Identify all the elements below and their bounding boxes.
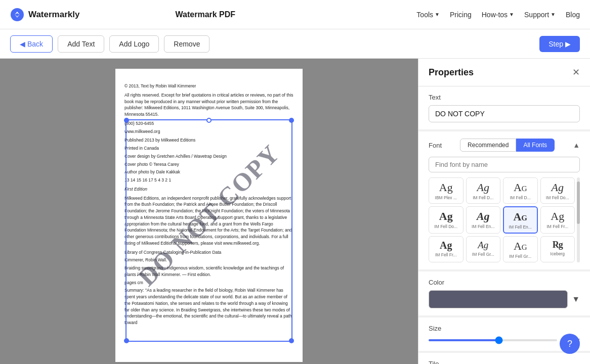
font-label: IM Fell Fr... [542,224,573,229]
color-label: Color [429,279,580,286]
text-label: Text [429,94,580,101]
font-label: Iceberg [542,251,573,256]
font-cell[interactable]: Ag IM Fell D... [503,177,538,204]
font-cell[interactable]: Ag IM Fell Gr... [503,236,538,262]
help-button[interactable]: ? [560,334,580,354]
pdf-line: (800) 520-6455 [124,120,293,127]
selection-handle-bottom-right[interactable] [289,338,294,343]
font-label: Font [429,142,442,149]
font-grid-wrapper: Ag IBM Plex ... Ag IM Fell D... Ag IM Fe… [429,177,580,262]
font-label: IM Fell En... [468,224,499,229]
font-cell[interactable]: Ag IM Fell En... [466,206,501,234]
back-button[interactable]: ◀ Back [10,35,53,53]
size-row: 2.8x [429,336,580,344]
pdf-line: © 2013, Text by Robin Wall Kimmerer [124,83,293,89]
navbar-links: Tools ▼ Pricing How-tos ▼ Support ▼ Blog [416,11,580,19]
font-label: IM Fell D... [468,195,499,200]
font-label: IM Fell Do... [431,224,461,229]
font-tab-all[interactable]: All Fonts [516,139,555,152]
font-grid-scrollbar-thumb [577,181,580,224]
nav-link-tools[interactable]: Tools ▼ [416,11,440,19]
selection-handle-bottom-left[interactable] [124,338,129,343]
font-cell[interactable]: Ag IM Fell Do... [540,177,575,204]
color-dropdown-button[interactable]: ▼ [572,295,580,304]
next-step-button[interactable]: Step ▶ [539,36,580,52]
font-preview: Ag [514,181,527,194]
font-preview: Ag [477,210,490,223]
panel-header: Properties ✕ [418,59,590,86]
font-section-collapse[interactable]: ▲ [573,141,580,149]
properties-panel: Properties ✕ Text Font Recommended All F… [418,59,590,364]
nav-link-support[interactable]: Support ▼ [524,11,556,19]
font-cell[interactable]: Rg Iceberg [540,236,575,262]
nav-link-howtos[interactable]: How-tos ▼ [482,11,514,19]
font-label: IBM Plex ... [431,195,461,200]
font-preview: Ag [552,181,564,194]
font-preview: Ag [439,210,453,223]
color-section: Color ▼ [418,271,590,315]
font-preview: Ag [440,240,452,251]
pdf-line: www.milkweed.org [124,128,293,135]
toolbar: ◀ Back Add Text Add Logo Remove Step ▶ [0,29,590,59]
font-label: IM Fell Gr... [505,254,536,259]
pdf-page: © 2013, Text by Robin Wall Kimmerer All … [115,69,303,362]
font-tab-recommended[interactable]: Recommended [460,139,516,152]
font-cell[interactable]: Ag IM Fell Gr... [466,236,501,262]
font-cell-selected[interactable]: Ag IM Fell En... [503,206,538,234]
font-preview: Ag [478,240,488,251]
font-cell[interactable]: Ag IM Fell Fr... [429,236,463,262]
nav-link-pricing[interactable]: Pricing [450,11,472,19]
brand-name: Watermarkly [28,10,79,20]
add-text-button[interactable]: Add Text [58,35,104,53]
svg-point-0 [11,8,24,21]
pdf-line: All rights reserved. Except for brief qu… [124,92,293,118]
font-label: IM Fell Gr... [468,252,499,257]
font-search-input[interactable] [429,157,580,172]
font-label: IM Fell Fr... [431,252,461,257]
font-cell[interactable]: Ag IM Fell Do... [429,206,463,234]
brand: Watermarkly [10,8,79,22]
color-row: ▼ [429,290,580,308]
size-slider[interactable] [429,339,557,341]
size-label: Size [429,325,580,332]
remove-button[interactable]: Remove [164,35,209,53]
brand-icon [10,8,24,22]
navbar-center-title: Watermark PDF [176,10,236,19]
font-preview: Ag [551,210,564,223]
font-preview: Ag [513,210,527,223]
pdf-area: © 2013, Text by Robin Wall Kimmerer All … [0,59,418,364]
font-cell[interactable]: Ag IM Fell Fr... [540,206,575,234]
font-preview: Rg [553,240,563,250]
tile-section: Tile ● ●● ●● ●●● ●●● [418,353,590,364]
font-grid-scrollbar[interactable] [577,177,580,262]
add-logo-button[interactable]: Add Logo [109,35,159,53]
font-cell[interactable]: Ag IBM Plex ... [429,177,463,204]
close-panel-button[interactable]: ✕ [572,67,580,78]
color-swatch[interactable] [429,290,568,308]
navbar: Watermarkly Watermark PDF Tools ▼ Pricin… [0,0,590,29]
next-arrow-icon: ▶ [565,40,571,48]
font-section: Font Recommended All Fonts ▲ Ag IBM Plex… [418,131,590,269]
text-input[interactable] [429,105,580,122]
font-preview: Ag [514,240,527,253]
panel-title: Properties [429,67,474,78]
font-preview: Ag [477,181,489,194]
font-preview: Ag [439,181,453,194]
font-label: IM Fell En... [505,224,535,230]
font-section-header: Font Recommended All Fonts ▲ [429,139,580,152]
font-label: IM Fell Do... [542,195,573,200]
nav-link-blog[interactable]: Blog [566,11,580,19]
font-grid: Ag IBM Plex ... Ag IM Fell D... Ag IM Fe… [429,177,580,262]
main-layout: © 2013, Text by Robin Wall Kimmerer All … [0,59,590,364]
font-cell[interactable]: Ag IM Fell D... [466,177,501,204]
back-arrow-icon: ◀ [20,40,25,48]
pdf-line: Summary: "As a leading researcher in the… [124,287,293,326]
tile-label: Tile [429,360,580,364]
font-label: IM Fell D... [505,195,536,200]
font-tabs: Recommended All Fonts [460,139,555,152]
text-section: Text [418,86,590,129]
